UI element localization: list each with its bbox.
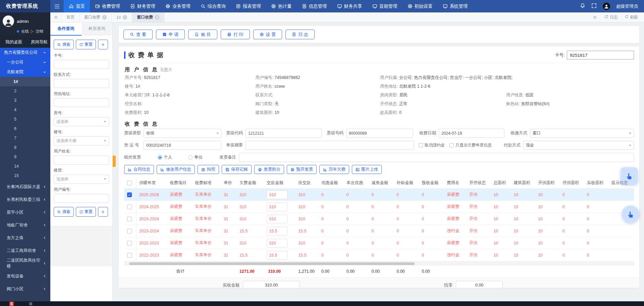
row-checkbox[interactable]	[127, 229, 132, 233]
tree-item[interactable]: 晨宇小区	[0, 206, 50, 219]
toolbar-button-设置[interactable]: 设 置	[253, 30, 282, 39]
menu-toggle-icon[interactable]	[50, 0, 64, 12]
toolbar-button-查看[interactable]: 查 看	[123, 30, 153, 39]
action-button-历年欠费[interactable]: 历年欠费	[319, 165, 349, 174]
log-action[interactable]: 日志	[602, 14, 621, 20]
query-input[interactable]	[54, 79, 109, 88]
invoice-note-input[interactable]	[239, 153, 634, 162]
nav-item-财务管理[interactable]: 财务管理	[125, 0, 160, 12]
action-button-修改用户信息[interactable]: 修改用户信息	[157, 165, 195, 174]
search-button[interactable]: 搜索	[54, 40, 74, 49]
receipt-code-input[interactable]	[246, 129, 322, 138]
sidebar-tab-房间导航[interactable]: 房间导航	[31, 39, 48, 45]
nav-item-收费管理[interactable]: 收费管理	[90, 0, 125, 12]
tree-item[interactable]: 长青村民航委三组	[0, 193, 50, 206]
row-checkbox[interactable]: ✓	[127, 192, 132, 197]
row-checkbox[interactable]	[127, 241, 132, 246]
bell-icon[interactable]	[580, 3, 585, 10]
reset-button[interactable]: 重置	[76, 40, 96, 49]
receipt-no-input[interactable]	[346, 129, 413, 138]
row-checkbox[interactable]	[127, 217, 132, 221]
pay-amount-input[interactable]	[267, 190, 287, 199]
table-row[interactable]: ✓2025-2026采暖费车库单价3131031000000采暖费开供10101…	[124, 189, 634, 201]
cancel-penalty-checkbox[interactable]: 取消违约金	[419, 142, 445, 148]
table-row[interactable]: 2022-2023采暖费车库单价3131031000000采暖费开供101010…	[124, 237, 634, 249]
close-icon[interactable]: ×	[155, 15, 159, 19]
company-radio[interactable]: 单位	[188, 155, 203, 160]
row-checkbox[interactable]	[127, 253, 132, 258]
toolbar-button-打印[interactable]: 打 印	[221, 30, 250, 39]
tree-item[interactable]: 9	[0, 152, 50, 162]
action-button-预开发票[interactable]: 预开发票	[287, 165, 317, 174]
tree-item[interactable]: 阀门小区	[0, 282, 50, 295]
change-input[interactable]	[456, 281, 503, 288]
summary-input[interactable]	[246, 141, 414, 150]
tree-item[interactable]: 7	[0, 133, 50, 143]
tree-item[interactable]: 5	[0, 115, 50, 124]
tree-item[interactable]: 2	[0, 86, 50, 96]
tree-item[interactable]: 3	[0, 96, 50, 105]
action-button-保存记账[interactable]: 保存记账	[222, 165, 252, 174]
table-row[interactable]: 2022-2023采暖费车库单价3115.515.500000违约金开供1010…	[124, 249, 634, 261]
action-button-图片上传[interactable]: 图片上传	[352, 165, 382, 174]
query-select[interactable]: 请选择大楼	[54, 136, 109, 145]
drag-hand-button[interactable]	[621, 167, 638, 185]
tree-item[interactable]: 15	[0, 171, 50, 180]
tree-item[interactable]: 热力有限责任公司	[0, 48, 50, 57]
search-button[interactable]: 搜索	[54, 207, 74, 217]
tree-item[interactable]: 1#	[0, 77, 50, 86]
nav-item-财务共享[interactable]: 财务共享	[332, 0, 367, 12]
table-row[interactable]: 2024-2025采暖费车库单价3131031000000采暖费开供101010…	[124, 201, 634, 213]
tree-item[interactable]: 二道工商局宿舍	[0, 244, 50, 257]
collect-method-select[interactable]: 窗口˅	[530, 129, 634, 138]
page-tab-1#[interactable]: 1#×	[112, 12, 132, 22]
logout-link[interactable]: 注销	[36, 29, 43, 34]
card-no-input[interactable]	[567, 51, 634, 59]
tabs-scroll-right-icon[interactable]	[589, 15, 600, 19]
nav-item-热计量[interactable]: 热计量	[266, 0, 297, 12]
pay-method-select[interactable]: 现金˅	[523, 141, 634, 150]
tree-item[interactable]: 北航老院	[0, 67, 50, 77]
toolbar-button-申请[interactable]: 申 请	[156, 30, 185, 39]
tree-item[interactable]: 8	[0, 143, 50, 152]
sidebar-tab-我的桌面[interactable]: 我的桌面	[5, 39, 22, 45]
taskbar-app-icon[interactable]: S	[9, 302, 14, 306]
page-tab-窗口收费[interactable]: 窗口收费×	[79, 12, 112, 22]
select-all-checkbox[interactable]	[127, 181, 132, 185]
page-tab-首页[interactable]: 首页	[62, 12, 79, 22]
table-row[interactable]: 2023-2024采暖费车库单价3131031000000采暖费开供101010…	[124, 213, 634, 225]
panel-expand-handle[interactable]	[113, 156, 116, 167]
fee-date-input[interactable]	[439, 129, 504, 138]
query-input[interactable]	[54, 156, 109, 165]
nav-item-系统管理[interactable]: 系统管理	[438, 0, 473, 12]
pay-amount-input[interactable]	[267, 227, 287, 235]
table-row[interactable]: 2023-2024采暖费车库单价3115.515.500000违约金开供1010…	[124, 225, 634, 237]
tree-item[interactable]: 东方之珠	[0, 231, 50, 244]
tree-item[interactable]: 一分公司	[0, 57, 50, 67]
voucher-no-input[interactable]	[144, 141, 221, 150]
nav-item-业务管理[interactable]: 业务管理	[160, 0, 196, 12]
scrollbar-thumb[interactable]	[129, 262, 415, 265]
user-role-label[interactable]: 超级管理员	[616, 3, 638, 9]
query-input[interactable]	[54, 98, 109, 107]
action-button-合同信息[interactable]: 合同信息	[124, 165, 154, 174]
query-input[interactable]	[54, 194, 109, 203]
query-tab-条件查询[interactable]: 条件查询	[50, 23, 82, 36]
tree-item[interactable]: 长春鸿石国际大厦	[0, 180, 50, 193]
horizontal-scrollbar[interactable]	[124, 261, 634, 265]
row-checkbox[interactable]	[127, 205, 132, 209]
nav-item-信息管理[interactable]: 信息管理	[297, 0, 332, 12]
pay-amount-input[interactable]	[267, 203, 287, 211]
tree-item[interactable]: 14	[0, 162, 50, 171]
toolbar-button-日志[interactable]: 日 志	[285, 30, 315, 39]
action-button-拍照[interactable]: 拍照	[198, 165, 219, 174]
drag-hand-button-2[interactable]	[622, 206, 639, 223]
tree-item[interactable]: 4	[0, 105, 50, 115]
tree-item[interactable]: 地板厂宿舍	[0, 219, 50, 231]
receipt-type-select[interactable]: 收据˅	[144, 129, 221, 138]
action-button-发票拆分[interactable]: 发票拆分	[254, 165, 284, 174]
fullscreen-icon[interactable]	[591, 3, 597, 10]
tree-item[interactable]: 6	[0, 124, 50, 133]
tabs-scroll-left-icon[interactable]	[50, 12, 62, 22]
query-tab-树形查询[interactable]: 树形查询	[82, 23, 113, 36]
